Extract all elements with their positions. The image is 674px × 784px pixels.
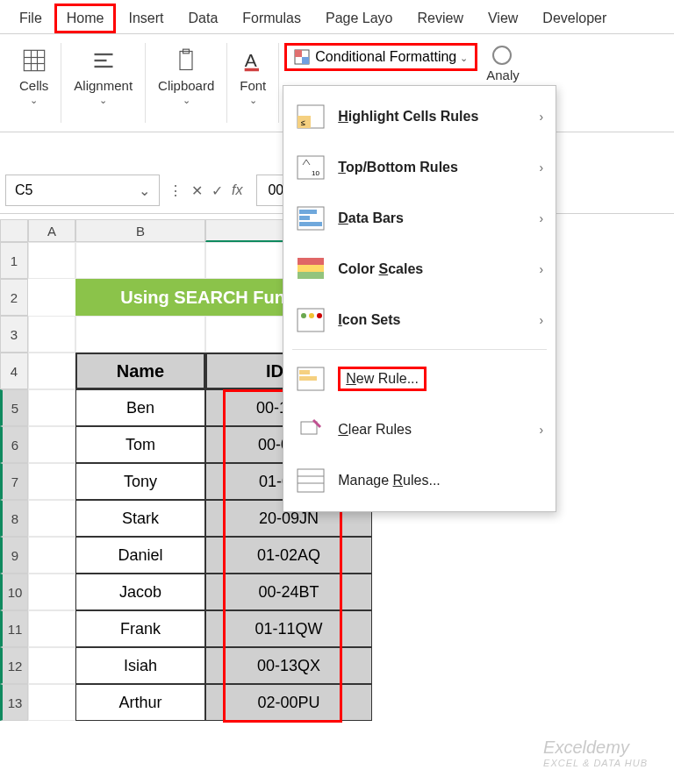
svg-rect-18 (298, 156, 324, 179)
row-header[interactable]: 6 (0, 426, 28, 463)
svg-rect-26 (298, 272, 324, 279)
svg-rect-8 (180, 52, 192, 70)
tab-page-layout[interactable]: Page Layo (313, 4, 405, 33)
row-header[interactable]: 2 (0, 279, 28, 316)
cell[interactable] (28, 647, 75, 684)
cancel-icon[interactable]: ✕ (191, 182, 203, 199)
ribbon-group-font[interactable]: A Font ⌄ (227, 43, 279, 123)
tab-formulas[interactable]: Formulas (230, 4, 313, 33)
cell[interactable] (28, 242, 75, 279)
table-cell-id[interactable]: 00-24BT (205, 574, 372, 610)
row-header[interactable]: 8 (0, 500, 28, 537)
menu-highlight-cells-rules[interactable]: ≤ Highlight Cells Rules › (283, 91, 556, 142)
enter-icon[interactable]: ✓ (212, 182, 223, 199)
conditional-formatting-button[interactable]: Conditional Formatting ⌄ (284, 43, 477, 71)
ribbon-group-cells[interactable]: Cells ⌄ (7, 43, 61, 123)
cell[interactable] (28, 610, 75, 647)
tab-developer[interactable]: Developer (530, 4, 619, 33)
table-cell-id[interactable]: 00-13QX (205, 647, 372, 684)
svg-text:≤: ≤ (301, 118, 305, 127)
svg-rect-32 (299, 370, 310, 374)
table-cell-id[interactable]: 02-00PU (205, 684, 372, 721)
cell[interactable] (28, 316, 75, 353)
col-header-b[interactable]: B (75, 219, 205, 242)
cell[interactable] (28, 279, 75, 316)
cell[interactable] (28, 537, 75, 574)
analyze-icon (490, 43, 514, 68)
submenu-arrow-icon: › (540, 262, 544, 276)
select-all-corner[interactable] (0, 219, 28, 242)
formula-bar-buttons: ⋮ ✕ ✓ fx (160, 182, 251, 199)
row-header[interactable]: 9 (0, 537, 28, 574)
menu-top-bottom-rules[interactable]: 10 Top/Bottom Rules › (283, 142, 556, 193)
clipboard-icon (174, 48, 198, 73)
cell[interactable] (75, 242, 205, 279)
table-cell-id[interactable]: 01-02AQ (205, 537, 372, 574)
menu-label: Color Scales (338, 261, 423, 277)
tab-home[interactable]: Home (54, 4, 117, 33)
table-cell-name[interactable]: Frank (75, 610, 205, 647)
row-header[interactable]: 11 (0, 610, 28, 647)
row-header[interactable]: 13 (0, 684, 28, 721)
ribbon-group-clipboard[interactable]: Clipboard ⌄ (146, 43, 227, 123)
menu-label: Data Bars (338, 210, 404, 226)
table-cell-name[interactable]: Arthur (75, 684, 205, 721)
table-cell-name[interactable]: Stark (75, 500, 205, 537)
col-header-a[interactable]: A (28, 219, 75, 242)
row-header[interactable]: 12 (0, 647, 28, 684)
table-cell-name[interactable]: Jacob (75, 574, 205, 610)
svg-point-28 (301, 313, 306, 318)
menu-clear-rules[interactable]: Clear Rules › (283, 404, 556, 455)
cell[interactable] (28, 389, 75, 426)
row-header[interactable]: 7 (0, 463, 28, 500)
table-cell-name[interactable]: Isiah (75, 647, 205, 684)
formula-sep-icon: ⋮ (168, 182, 183, 199)
cell[interactable] (28, 574, 75, 610)
highlight-rules-icon: ≤ (296, 103, 326, 130)
ribbon-group-alignment[interactable]: Alignment ⌄ (61, 43, 146, 123)
submenu-arrow-icon: › (540, 313, 544, 327)
svg-point-30 (317, 313, 322, 318)
alignment-icon (91, 48, 116, 73)
cell[interactable] (28, 426, 75, 463)
svg-rect-34 (301, 422, 317, 434)
cell[interactable] (28, 463, 75, 500)
menu-data-bars[interactable]: Data Bars › (283, 193, 556, 244)
cell[interactable] (75, 316, 205, 353)
chevron-down-icon: ⌄ (460, 53, 468, 64)
data-bars-icon (296, 205, 326, 232)
row-header[interactable]: 3 (0, 316, 28, 353)
tab-file[interactable]: File (7, 4, 54, 33)
svg-rect-25 (298, 265, 324, 272)
chevron-down-icon: ⌄ (30, 95, 38, 106)
row-header[interactable]: 1 (0, 242, 28, 279)
table-cell-name[interactable]: Tony (75, 463, 205, 500)
row-header[interactable]: 5 (0, 389, 28, 426)
menu-manage-rules[interactable]: Manage Rules... (283, 455, 556, 506)
menu-new-rule[interactable]: New Rule... (283, 353, 556, 404)
name-box[interactable]: C5 ⌄ (5, 175, 160, 206)
cell[interactable] (28, 353, 75, 389)
tab-data[interactable]: Data (176, 4, 230, 33)
svg-point-38 (493, 46, 511, 64)
table-cell-name[interactable]: Daniel (75, 537, 205, 574)
table-header-name[interactable]: Name (75, 353, 205, 389)
menu-icon-sets[interactable]: Icon Sets › (283, 295, 556, 346)
table-cell-name[interactable]: Tom (75, 426, 205, 463)
chevron-down-icon[interactable]: ⌄ (139, 182, 150, 199)
table-cell-name[interactable]: Ben (75, 389, 205, 426)
tab-view[interactable]: View (476, 4, 530, 33)
chevron-down-icon: ⌄ (183, 95, 190, 106)
analyze-label: Analy (486, 68, 520, 82)
table-cell-id[interactable]: 01-11QW (205, 610, 372, 647)
row-header[interactable]: 4 (0, 353, 28, 389)
svg-rect-24 (298, 258, 324, 265)
menu-color-scales[interactable]: Color Scales › (283, 244, 556, 295)
ribbon-label: Clipboard (158, 78, 214, 93)
tab-review[interactable]: Review (405, 4, 475, 33)
cell[interactable] (28, 500, 75, 537)
row-header[interactable]: 10 (0, 574, 28, 610)
tab-insert[interactable]: Insert (116, 4, 176, 33)
fx-icon[interactable]: fx (232, 182, 242, 198)
cell[interactable] (28, 684, 75, 721)
